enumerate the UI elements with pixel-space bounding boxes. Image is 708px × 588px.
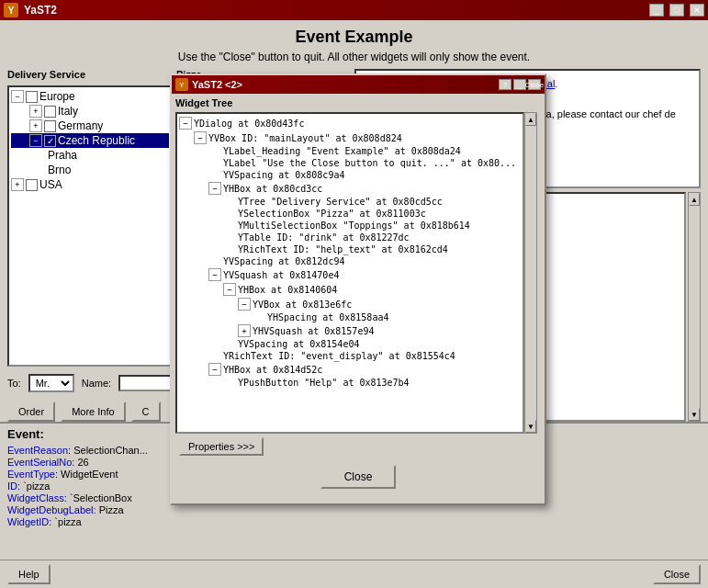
expand-yvbox-main[interactable]: −: [194, 131, 207, 144]
wt-ytree[interactable]: YTree "Delivery Service" at 0x80cd5cc: [179, 196, 521, 208]
wt-ydialog-text: YDialog at 0x80d43fc: [194, 119, 304, 129]
dialog-close-area: Close: [175, 465, 541, 500]
wt-yvspacing-2[interactable]: YVSpacing at 0x812dc94: [179, 255, 521, 267]
wt-ymulti-text: YMultiSelectionBox "Toppings" at 0x818b6…: [238, 220, 470, 231]
wt-yhbox-2-text: YHBox at 0x8140604: [238, 285, 337, 295]
wt-ydialog[interactable]: − YDialog at 0x80d43fc: [179, 116, 521, 130]
dialog-title: YaST2 <2>: [192, 79, 495, 90]
wt-yvbox-main-text: YVBox ID: "mainLayout" at 0x808d824: [208, 133, 402, 143]
wt-yhspacing-text: YHSpacing at 0x8158aa4: [267, 312, 388, 322]
dialog-scroll-track: [525, 126, 536, 420]
expand-yhbox[interactable]: −: [208, 182, 221, 195]
wt-ytree-text: YTree "Delivery Service" at 0x80cd5cc: [238, 197, 443, 207]
widget-tree-container: − YDialog at 0x80d43fc − YVBox ID: "main…: [175, 112, 541, 434]
wt-ypushbutton-help[interactable]: YPushButton "Help" at 0x813e7b4: [179, 377, 521, 389]
wt-yrichtext-help-text: YRichText ID: "help_text" at 0x8162cd4: [238, 244, 448, 254]
wt-yvsquash[interactable]: − YVSquash at 0x81470e4: [179, 267, 521, 282]
dialog-footer: Properties >>>: [175, 434, 541, 459]
wt-ylabel-close[interactable]: YLabel "Use the Close button to quit. ..…: [179, 157, 521, 169]
wt-ylabel-close-text: YLabel "Use the Close button to quit. ..…: [223, 158, 516, 168]
dialog-icon: Y: [175, 78, 188, 91]
expand-yhbox-2[interactable]: −: [223, 283, 236, 296]
dialog-close-button[interactable]: Close: [320, 465, 397, 489]
wt-yrichtext-event[interactable]: YRichText ID: "event_display" at 0x81554…: [179, 350, 521, 362]
wt-yvsquash-text: YVSquash at 0x81470e4: [223, 270, 339, 280]
wt-yhbox-3-text: YHBox at 0x814d52c: [223, 365, 322, 375]
wt-yvspacing-2-text: YVSpacing at 0x812dc94: [223, 256, 344, 266]
dialog-title-buttons: ? _ Close: [499, 79, 541, 90]
dialog-overlay: Y YaST2 <2> ? _ Close Widget Tree − YDia…: [0, 0, 708, 588]
dialog-close-btn[interactable]: Close: [528, 79, 541, 90]
wt-yhbox-main[interactable]: − YHBox at 0x80cd3cc: [179, 181, 521, 196]
properties-button[interactable]: Properties >>>: [179, 437, 264, 456]
wt-yvbox-sub[interactable]: − YVBox at 0x813e6fc: [179, 297, 521, 311]
expand-yhbox-3[interactable]: −: [208, 363, 221, 376]
wt-ylabel-heading-text: YLabel_Heading "Event Example" at 0x808d…: [223, 146, 461, 156]
dialog-scroll-down[interactable]: ▼: [525, 420, 536, 433]
wt-yhvsquash-text: YHVSquash at 0x8157e94: [253, 326, 374, 336]
expand-yhvsquash[interactable]: +: [238, 324, 251, 337]
wt-yvspacing-3[interactable]: YVSpacing at 0x8154e04: [179, 338, 521, 350]
dialog-scrollbar[interactable]: ▲ ▼: [524, 112, 537, 434]
widget-tree-dialog: Y YaST2 <2> ? _ Close Widget Tree − YDia…: [170, 74, 546, 505]
wt-ybutton-text: YPushButton "Help" at 0x813e7b4: [238, 378, 410, 388]
expand-yvsquash[interactable]: −: [208, 268, 221, 281]
expand-ydialog[interactable]: −: [179, 117, 192, 130]
wt-yhbox-2[interactable]: − YHBox at 0x8140604: [179, 282, 521, 297]
wt-ylabel-heading[interactable]: YLabel_Heading "Event Example" at 0x808d…: [179, 145, 521, 157]
wt-yvspacing-3-text: YVSpacing at 0x8154e04: [238, 339, 359, 349]
wt-ytable-text: YTable ID: "drink" at 0x81227dc: [238, 232, 410, 243]
wt-yselectionbox[interactable]: YSelectionBox "Pizza" at 0x811003c: [179, 208, 521, 220]
dialog-help-btn[interactable]: ?: [499, 79, 511, 90]
dialog-title-bar: Y YaST2 <2> ? _ Close: [172, 75, 545, 94]
dialog-scroll-up[interactable]: ▲: [525, 113, 536, 126]
wt-yrichtext-help[interactable]: YRichText ID: "help_text" at 0x8162cd4: [179, 243, 521, 255]
expand-yvbox-sub[interactable]: −: [238, 298, 251, 311]
widget-tree-box[interactable]: − YDialog at 0x80d43fc − YVBox ID: "main…: [175, 112, 524, 434]
widget-tree-label: Widget Tree: [175, 97, 541, 108]
wt-yvspacing-1[interactable]: YVSpacing at 0x808c9a4: [179, 169, 521, 181]
wt-yrichtext-event-text: YRichText ID: "event_display" at 0x81554…: [223, 351, 455, 361]
wt-yselectionbox-text: YSelectionBox "Pizza" at 0x811003c: [238, 209, 426, 219]
wt-yhbox-text: YHBox at 0x80cd3cc: [223, 184, 322, 194]
wt-yhspacing[interactable]: YHSpacing at 0x8158aa4: [179, 311, 521, 323]
wt-ytable[interactable]: YTable ID: "drink" at 0x81227dc: [179, 232, 521, 243]
wt-yhbox-3[interactable]: − YHBox at 0x814d52c: [179, 362, 521, 377]
dialog-content: Widget Tree − YDialog at 0x80d43fc − YVB…: [172, 94, 545, 503]
wt-yvbox-sub-text: YVBox at 0x813e6fc: [253, 300, 352, 310]
wt-yvbox-main[interactable]: − YVBox ID: "mainLayout" at 0x808d824: [179, 130, 521, 145]
wt-yhvsquash[interactable]: + YHVSquash at 0x8157e94: [179, 323, 521, 338]
wt-ymultiselectionbox[interactable]: YMultiSelectionBox "Toppings" at 0x818b6…: [179, 220, 521, 232]
wt-yvspacing-1-text: YVSpacing at 0x808c9a4: [223, 170, 344, 180]
